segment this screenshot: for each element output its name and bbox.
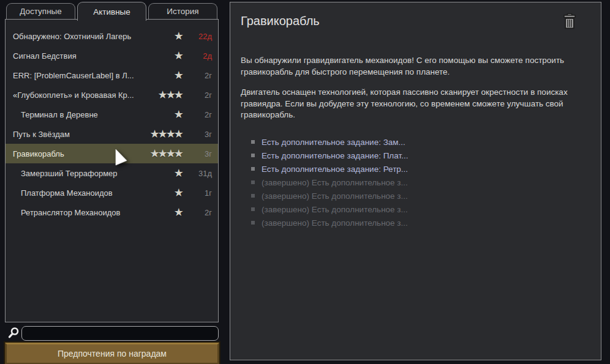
- bullet-square-icon: [251, 221, 255, 225]
- quest-list: Обнаружено: Охотничий Лагерь ★ 22д Сигна…: [5, 19, 219, 322]
- challenge-stars-icon: ★: [174, 168, 182, 179]
- challenge-stars-icon: ★: [174, 50, 182, 61]
- bullet-square-icon: [251, 167, 255, 171]
- tab-label: История: [167, 7, 198, 16]
- quest-time-remaining: 2д: [187, 51, 212, 61]
- tab-label: Доступные: [20, 7, 62, 16]
- bullet-square-icon: [251, 154, 255, 157]
- challenge-stars-icon: ★: [174, 31, 182, 42]
- challenge-stars-icon: ★: [174, 187, 182, 198]
- quest-label: «Глубокоплеть» и Кровавая Кр...: [13, 91, 158, 100]
- quest-description: Вы обнаружили гравидвигатель механоидов!…: [241, 55, 591, 121]
- quest-label: Платформа Механоидов: [21, 188, 174, 198]
- subquest-link: (завершено) Есть дополнительное з...: [241, 202, 591, 216]
- quest-time-remaining: 2г: [187, 91, 212, 100]
- challenge-stars-icon: ★★★★: [149, 148, 182, 159]
- subquest-link[interactable]: Есть дополнительное задание: Ретр...: [241, 162, 591, 176]
- challenge-stars-icon: ★★★: [158, 89, 182, 100]
- subquest-label: Есть дополнительное задание: Зам...: [262, 138, 405, 147]
- tab-label: Активные: [93, 7, 130, 17]
- quest-time-remaining: 22д: [187, 32, 212, 41]
- quest-label: Ретранслятор Механоидов: [21, 208, 174, 217]
- reward-preferences-button[interactable]: Предпочтения по наградам: [5, 343, 219, 364]
- quest-label: Замерзший Терраформер: [21, 169, 174, 178]
- challenge-stars-icon: ★: [174, 207, 182, 218]
- quest-label: Обнаружено: Охотничий Лагерь: [13, 32, 174, 41]
- subquest-label: (завершено) Есть дополнительное з...: [262, 218, 408, 228]
- description-paragraph: Двигатель оснащен технологией, которая п…: [241, 87, 591, 121]
- tab-available[interactable]: Доступные: [6, 3, 75, 19]
- quest-time-remaining: 2г: [187, 110, 212, 119]
- tab-active[interactable]: Активные: [77, 2, 146, 21]
- subquest-label: Есть дополнительное задание: Плат...: [262, 151, 408, 160]
- description-paragraph: Вы обнаружили гравидвигатель механоидов!…: [241, 55, 591, 78]
- quest-list-item[interactable]: Сигнал Бедствия ★ 2д: [6, 46, 218, 65]
- quest-list-item[interactable]: Ретранслятор Механоидов ★ 2г: [6, 202, 218, 222]
- quest-label: Путь к Звёздам: [13, 130, 149, 139]
- tab-history[interactable]: История: [148, 3, 217, 19]
- quest-time-remaining: 2г: [187, 71, 212, 80]
- quest-time-remaining: 31д: [187, 169, 212, 178]
- quest-label: ERR: [ProblemCauserLabel] в Л...: [13, 71, 174, 80]
- search-icon: [7, 327, 20, 342]
- quest-time-remaining: 2г: [187, 208, 212, 217]
- quest-time-remaining: 3г: [187, 130, 212, 139]
- quest-list-item[interactable]: «Глубокоплеть» и Кровавая Кр... ★★★ 2г: [6, 85, 218, 105]
- subquest-link: (завершено) Есть дополнительное з...: [241, 189, 591, 202]
- subquest-link: (завершено) Есть дополнительное з...: [241, 216, 591, 229]
- subquest-link: (завершено) Есть дополнительное з...: [241, 176, 591, 189]
- bullet-square-icon: [251, 194, 255, 198]
- challenge-stars-icon: ★: [174, 70, 182, 81]
- quest-list-item[interactable]: Терминал в Деревне ★ 2г: [6, 105, 218, 124]
- quest-label: Гравикорабль: [13, 149, 149, 158]
- subquest-link[interactable]: Есть дополнительное задание: Плат...: [241, 149, 591, 162]
- subquest-link[interactable]: Есть дополнительное задание: Зам...: [241, 135, 591, 149]
- quest-time-remaining: 3г: [187, 149, 212, 158]
- quest-label: Терминал в Деревне: [21, 110, 174, 119]
- trash-icon: [562, 23, 578, 32]
- subquest-list: Есть дополнительное задание: Зам... Есть…: [241, 135, 591, 229]
- subquest-label: (завершено) Есть дополнительное з...: [262, 205, 408, 214]
- challenge-stars-icon: ★: [174, 109, 182, 120]
- quests-window: ДоступныеАктивныеИстория Обнаружено: Охо…: [0, 0, 610, 364]
- bullet-square-icon: [251, 140, 255, 144]
- search-input[interactable]: [21, 326, 219, 341]
- bullet-square-icon: [251, 207, 255, 211]
- subquest-label: (завершено) Есть дополнительное з...: [262, 191, 408, 201]
- page-title: Гравикорабль: [241, 14, 320, 28]
- subquest-label: (завершено) Есть дополнительное з...: [262, 178, 408, 187]
- challenge-stars-icon: ★★★★: [149, 128, 182, 139]
- quest-list-item[interactable]: Платформа Механоидов ★ 1г: [6, 183, 218, 202]
- quest-list-item[interactable]: Обнаружено: Охотничий Лагерь ★ 22д: [6, 26, 218, 46]
- quest-detail-panel: Гравикорабль Вы обнаружили гравидвигател…: [230, 2, 601, 360]
- search-row: [5, 326, 219, 341]
- tab-bar: ДоступныеАктивныеИстория: [6, 1, 217, 20]
- quest-list-item[interactable]: ERR: [ProblemCauserLabel] в Л... ★ 2г: [6, 65, 218, 85]
- subquest-label: Есть дополнительное задание: Ретр...: [262, 165, 408, 174]
- quest-list-item[interactable]: Замерзший Терраформер ★ 31д: [6, 163, 218, 183]
- quest-label: Сигнал Бедствия: [13, 51, 174, 61]
- quest-list-item[interactable]: Путь к Звёздам ★★★★ 3г: [6, 124, 218, 144]
- delete-quest-button[interactable]: [561, 13, 578, 31]
- quest-time-remaining: 1г: [187, 188, 212, 198]
- quest-list-item[interactable]: Гравикорабль ★★★★ 3г: [6, 144, 218, 163]
- bullet-square-icon: [251, 180, 255, 184]
